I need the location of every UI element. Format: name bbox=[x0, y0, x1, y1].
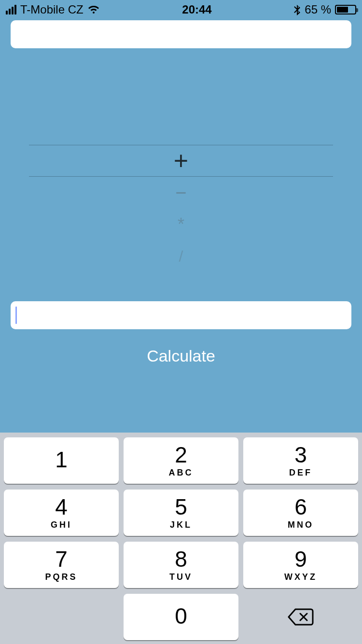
key-letters: PQRS bbox=[45, 572, 77, 582]
battery-fill bbox=[337, 7, 348, 13]
operator-multiply[interactable]: * bbox=[29, 209, 333, 240]
key-1[interactable]: 1 bbox=[4, 437, 119, 484]
text-caret bbox=[15, 307, 17, 324]
key-0[interactable]: 0 bbox=[124, 594, 238, 640]
key-8[interactable]: 8 TUV bbox=[124, 542, 238, 588]
key-digit: 2 bbox=[175, 444, 187, 466]
bluetooth-icon bbox=[294, 4, 301, 15]
key-digit: 0 bbox=[175, 605, 187, 627]
operand-a-input[interactable] bbox=[11, 20, 351, 48]
key-digit: 6 bbox=[294, 496, 307, 518]
key-digit: 8 bbox=[175, 548, 187, 570]
numeric-keyboard: 1 2 ABC 3 DEF 4 GHI 5 JKL 6 MNO 7 PQRS bbox=[0, 433, 362, 644]
status-right: 65 % bbox=[294, 3, 356, 16]
calculator-main: + − * / Calculate bbox=[0, 19, 362, 433]
operand-b-input[interactable] bbox=[11, 301, 351, 329]
key-digit: 7 bbox=[55, 548, 68, 570]
key-letters: WXYZ bbox=[284, 572, 317, 582]
operator-plus[interactable]: + bbox=[29, 145, 333, 177]
key-2[interactable]: 2 ABC bbox=[124, 437, 238, 484]
carrier-label: T-Mobile CZ bbox=[20, 3, 84, 16]
key-letters: JKL bbox=[170, 520, 192, 530]
key-3[interactable]: 3 DEF bbox=[243, 437, 358, 484]
cellular-signal-icon bbox=[6, 5, 16, 14]
operator-minus[interactable]: − bbox=[29, 177, 333, 209]
status-bar: T-Mobile CZ 20:44 65 % bbox=[0, 0, 362, 19]
key-4[interactable]: 4 GHI bbox=[4, 490, 119, 536]
clock: 20:44 bbox=[182, 3, 211, 16]
operator-picker[interactable]: + − * / bbox=[11, 145, 351, 272]
key-digit: 5 bbox=[175, 496, 187, 518]
key-letters: DEF bbox=[289, 468, 312, 478]
battery-percent: 65 % bbox=[305, 3, 331, 16]
key-letters: ABC bbox=[169, 468, 194, 478]
backspace-icon bbox=[287, 607, 315, 627]
calculate-button[interactable]: Calculate bbox=[11, 347, 351, 365]
key-backspace[interactable] bbox=[243, 594, 358, 640]
key-5[interactable]: 5 JKL bbox=[124, 490, 238, 536]
status-left: T-Mobile CZ bbox=[6, 3, 100, 16]
key-letters: TUV bbox=[169, 572, 193, 582]
key-spacer bbox=[4, 594, 119, 640]
operator-divide[interactable]: / bbox=[29, 240, 333, 272]
key-6[interactable]: 6 MNO bbox=[243, 490, 358, 536]
key-9[interactable]: 9 WXYZ bbox=[243, 542, 358, 588]
key-letters: GHI bbox=[51, 520, 72, 530]
key-digit: 4 bbox=[55, 496, 68, 518]
battery-icon bbox=[335, 5, 356, 14]
key-digit: 3 bbox=[294, 444, 307, 466]
wifi-icon bbox=[87, 5, 100, 14]
key-digit: 1 bbox=[55, 448, 68, 471]
key-7[interactable]: 7 PQRS bbox=[4, 542, 119, 588]
key-digit: 9 bbox=[294, 548, 307, 570]
key-letters: MNO bbox=[288, 520, 314, 530]
